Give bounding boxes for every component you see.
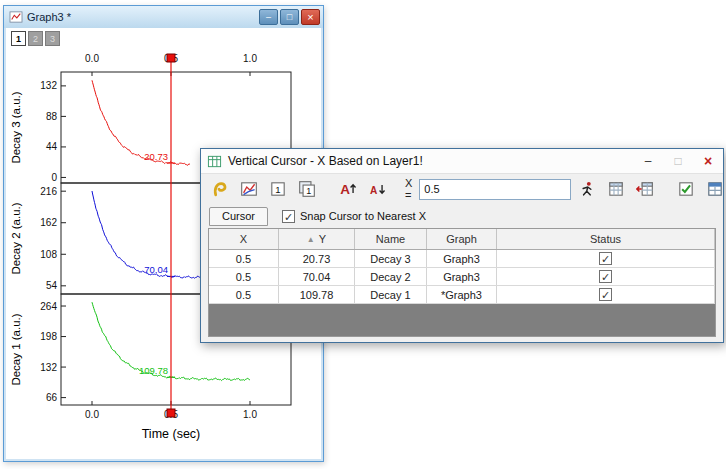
graph-window-icon <box>9 11 23 23</box>
cursor-readout: 109.78 <box>139 365 168 376</box>
bottom-axis-tick-label: 0.0 <box>85 409 99 420</box>
dialog-titlebar[interactable]: Vertical Cursor - X Based on Layer1! – □… <box>201 149 723 174</box>
toolbar-left-group: 11AA <box>207 176 390 202</box>
graph-window-controls: – □ × <box>259 9 320 25</box>
graph-window-titlebar[interactable]: Graph3 * – □ × <box>4 6 323 28</box>
cursor-handle-top <box>167 54 175 62</box>
cell-x: 0.5 <box>209 286 279 303</box>
status-checkbox[interactable]: ✓ <box>599 252 612 265</box>
table-row[interactable]: 0.5109.78Decay 1*Graph3✓ <box>209 286 715 304</box>
table-row[interactable]: 0.570.04Decay 2Graph3✓ <box>209 268 715 286</box>
desktop: Graph3 * – □ × 123 0.00.51.004488132Deca… <box>0 0 726 469</box>
y-tick-label: 44 <box>46 141 58 152</box>
svg-text:1: 1 <box>306 186 311 196</box>
x-value-input[interactable] <box>419 179 571 200</box>
cursor-readout: 20.73 <box>144 151 168 162</box>
y-axis-title: Decay 2 (a.u.) <box>10 202 22 274</box>
cursor-readout: 70.04 <box>144 264 168 275</box>
y-tick-label: 54 <box>46 280 58 291</box>
minimize-icon[interactable]: – <box>633 149 663 173</box>
cursor-handle-bottom <box>167 409 175 417</box>
jump-to-cursor-icon[interactable] <box>574 176 600 202</box>
layer-1-icon[interactable]: 1 <box>265 176 291 202</box>
y-tick-label: 108 <box>40 249 57 260</box>
y-axis-title: Decay 1 (a.u.) <box>10 313 22 385</box>
layer-button-2[interactable]: 2 <box>28 31 43 46</box>
cursor-table-area: X▲YNameGraphStatus 0.520.73Decay 3Graph3… <box>208 228 716 337</box>
layer-buttons: 123 <box>11 31 60 46</box>
preferences-icon[interactable] <box>673 176 699 202</box>
layer-button-3[interactable]: 3 <box>45 31 60 46</box>
cell-name: Decay 3 <box>355 250 427 267</box>
font-larger-icon[interactable]: A <box>335 176 361 202</box>
cell-status: ✓ <box>497 250 715 267</box>
cell-x: 0.5 <box>209 268 279 285</box>
decay-curve <box>92 80 190 165</box>
cell-y: 109.78 <box>279 286 355 303</box>
graph-template-icon[interactable] <box>236 176 262 202</box>
y-tick-label: 66 <box>46 392 58 403</box>
report-sheet-icon[interactable] <box>702 176 726 202</box>
output-to-worksheet-icon[interactable] <box>632 176 658 202</box>
y-tick-label: 162 <box>40 217 57 228</box>
column-header-x[interactable]: X <box>209 229 279 249</box>
table-body: 0.520.73Decay 3Graph3✓0.570.04Decay 2Gra… <box>209 250 715 304</box>
table-header: X▲YNameGraphStatus <box>209 229 715 250</box>
dialog-window-controls: – □ × <box>633 149 723 173</box>
y-tick-label: 132 <box>40 362 57 373</box>
dialog-tab-row: Cursor ✓ Snap Cursor to Nearest X <box>201 204 723 228</box>
svg-text:1: 1 <box>275 184 280 195</box>
table-empty-area <box>209 304 715 336</box>
cell-name: Decay 1 <box>355 286 427 303</box>
cell-graph: *Graph3 <box>427 286 497 303</box>
snap-checkbox[interactable]: ✓ <box>282 210 295 223</box>
close-icon[interactable]: × <box>693 149 723 173</box>
column-header-y[interactable]: ▲Y <box>279 229 355 249</box>
top-axis-tick-label: 1.0 <box>243 53 257 64</box>
y-tick-label: 216 <box>40 186 57 197</box>
svg-text:A: A <box>370 185 378 196</box>
maximize-icon: □ <box>663 149 693 173</box>
column-header-graph[interactable]: Graph <box>427 229 497 249</box>
column-header-status[interactable]: Status <box>497 229 715 249</box>
table-row[interactable]: 0.520.73Decay 3Graph3✓ <box>209 250 715 268</box>
status-checkbox[interactable]: ✓ <box>599 288 612 301</box>
bottom-axis-tick-label: 1.0 <box>243 409 257 420</box>
layer-button-1[interactable]: 1 <box>11 31 26 46</box>
y-tick-label: 132 <box>40 80 57 91</box>
y-tick-label: 198 <box>40 331 57 342</box>
vertical-cursor-dialog: Vertical Cursor - X Based on Layer1! – □… <box>200 148 724 343</box>
restore-icon[interactable]: □ <box>280 9 299 25</box>
cell-x: 0.5 <box>209 250 279 267</box>
new-worksheet-icon[interactable] <box>603 176 629 202</box>
y-axis-title: Decay 3 (a.u.) <box>10 91 22 163</box>
snap-cursor-option[interactable]: ✓ Snap Cursor to Nearest X <box>282 210 426 223</box>
font-smaller-icon[interactable]: A <box>364 176 390 202</box>
x-axis-title: Time (sec) <box>142 427 201 441</box>
sort-ascending-icon: ▲ <box>307 235 315 244</box>
minimize-icon[interactable]: – <box>259 9 278 25</box>
graph-window-title: Graph3 * <box>27 11 71 23</box>
top-axis-tick-label: 0.0 <box>85 53 99 64</box>
cell-status: ✓ <box>497 268 715 285</box>
snap-checkbox-label: Snap Cursor to Nearest X <box>300 210 426 222</box>
cell-y: 70.04 <box>279 268 355 285</box>
toolbar-right-group <box>574 176 726 202</box>
dialog-title: Vertical Cursor - X Based on Layer1! <box>228 154 423 168</box>
dialog-toolbar: 11AA X = <box>201 174 723 204</box>
svg-text:A: A <box>340 182 350 197</box>
y-tick-label: 264 <box>40 301 57 312</box>
y-tick-label: 88 <box>46 111 58 122</box>
cell-graph: Graph3 <box>427 268 497 285</box>
x-equals-label: X = <box>405 177 412 201</box>
tab-cursor[interactable]: Cursor <box>209 207 268 226</box>
y-tick-label: 0 <box>51 172 57 183</box>
cell-status: ✓ <box>497 286 715 303</box>
dialog-icon <box>207 154 222 169</box>
close-icon[interactable]: × <box>301 9 320 25</box>
layer-1-alt-icon[interactable]: 1 <box>294 176 320 202</box>
cell-name: Decay 2 <box>355 268 427 285</box>
data-reader-icon[interactable] <box>207 176 233 202</box>
status-checkbox[interactable]: ✓ <box>599 270 612 283</box>
column-header-name[interactable]: Name <box>355 229 427 249</box>
